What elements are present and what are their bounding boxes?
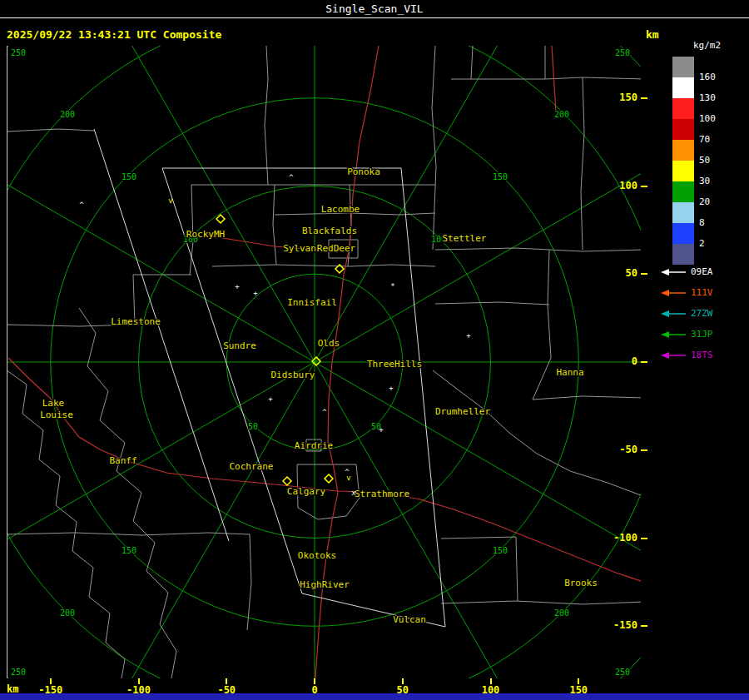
city-label: Vulcan — [393, 614, 426, 625]
site-id-label: 18TS — [691, 350, 713, 360]
colorbar-threshold-label: 130 — [699, 92, 716, 103]
city-label: Ponoka — [347, 166, 380, 177]
radar-app-window: Single_Scan_VIL 2025/09/22 13:43:21 UTC … — [0, 0, 749, 700]
site-arrow-icon — [659, 288, 687, 298]
radial-line — [65, 362, 315, 678]
radar-site-legend: 09EA111V27ZW31JP18TS — [659, 261, 746, 365]
radial-line — [315, 362, 641, 612]
town-marker: ^ — [289, 173, 294, 181]
colorbar-box — [672, 57, 694, 77]
right-axis-tick — [641, 186, 647, 187]
site-legend-row: 31JP — [659, 324, 746, 345]
colorbar-box — [672, 77, 694, 98]
city-labels: PonokaLacombeBlackfaldsRedDeerSylvanRock… — [40, 166, 598, 625]
highways-segment — [8, 358, 641, 581]
range-ring-label: 250 — [11, 48, 26, 57]
county-boundaries-segment — [441, 537, 516, 539]
city-label: Okotoks — [298, 550, 336, 561]
radar-site-marker — [216, 215, 225, 223]
site-arrow-icon — [659, 267, 687, 277]
radar-coverage-outline-segment — [94, 129, 229, 541]
town-markers: ^^v++*+++^+^vx — [79, 173, 471, 497]
range-ring-label: 250 — [615, 48, 630, 57]
window-titlebar[interactable]: Single_Scan_VIL — [0, 0, 749, 18]
site-arrow-icon — [659, 309, 687, 319]
county-boundaries-segment — [212, 265, 435, 266]
site-id-label: 27ZW — [691, 308, 713, 319]
town-marker: x — [351, 489, 356, 497]
range-ring-label: 250 — [615, 668, 630, 677]
colorbar-threshold-label: 70 — [699, 134, 710, 145]
site-arrow-icon — [659, 350, 687, 360]
site-legend-row: 18TS — [659, 345, 746, 365]
county-boundaries-segment — [432, 46, 436, 250]
town-marker: v — [168, 196, 172, 205]
range-ring-label: 150 — [493, 546, 508, 555]
bottom-status-bar — [0, 693, 749, 700]
city-label: HighRiver — [300, 579, 350, 590]
city-label: Lake — [42, 398, 65, 409]
right-axis-tick — [641, 273, 647, 275]
radar-site-marker — [283, 477, 291, 485]
bottom-axis-tick — [402, 678, 404, 684]
city-label: Limestone — [111, 316, 161, 327]
city-label: Strathmore — [355, 489, 409, 499]
radar-site-marker — [325, 474, 333, 483]
town-marker: + — [466, 331, 471, 340]
county-boundaries-segment — [533, 250, 551, 400]
site-arrow-icon — [659, 330, 687, 340]
city-label: Banff — [109, 455, 136, 466]
range-ring-label: 150 — [122, 172, 136, 181]
range-ring-label: 150 — [122, 546, 136, 555]
town-marker: + — [268, 395, 273, 403]
city-label: ThreeHills — [367, 359, 422, 370]
right-axis-tick — [641, 97, 647, 99]
colorbar-unit-label: kg/m2 — [693, 40, 721, 51]
range-ring-label: 200 — [554, 110, 569, 119]
county-boundaries-segment — [435, 302, 549, 305]
bottom-axis-tick — [138, 678, 140, 684]
county-boundaries-segment — [471, 46, 473, 79]
colorbar-scale: 1601301007050302082 — [672, 57, 694, 265]
colorbar-threshold-label: 2 — [699, 238, 705, 249]
window-title: Single_Scan_VIL — [325, 2, 423, 15]
city-label: Blackfalds — [302, 226, 357, 236]
colorbar-box — [672, 119, 694, 140]
city-label: Airdrie — [295, 440, 333, 451]
site-legend-row: 111V — [659, 282, 746, 303]
range-ring-label: 200 — [554, 608, 569, 618]
town-marker: + — [379, 425, 384, 434]
colorbar-threshold-label: 160 — [699, 72, 716, 82]
town-marker: * — [390, 282, 394, 290]
colorbar-box — [672, 161, 694, 181]
range-ring-label: 150 — [493, 172, 508, 181]
bottom-axis-tick — [578, 678, 579, 684]
county-boundaries-segment — [273, 185, 276, 265]
city-label: Cochrane — [230, 461, 274, 472]
colorbar-box — [672, 202, 694, 223]
radar-coverage-outline — [94, 129, 445, 627]
bottom-axis-tick — [314, 678, 315, 684]
bottom-axis-tick — [490, 678, 492, 684]
city-label: Hanna — [556, 367, 583, 378]
site-id-label: 111V — [691, 287, 713, 298]
scan-timestamp: 2025/09/22 13:43:21 UTC Composite — [7, 28, 221, 41]
colorbar-box — [672, 98, 694, 119]
site-id-label: 09EA — [691, 266, 713, 277]
town-marker: + — [235, 282, 240, 290]
county-boundaries-segment — [516, 537, 518, 601]
range-ring-label: 50 — [248, 422, 258, 431]
colorbar-threshold-label: 20 — [699, 196, 710, 207]
site-id-label: 31JP — [691, 329, 713, 340]
range-ring-label: 200 — [60, 110, 75, 119]
colorbar-threshold-label: 8 — [699, 217, 705, 228]
county-boundaries-segment — [435, 248, 641, 251]
range-ring-label: 250 — [11, 668, 26, 677]
county-boundaries-segment — [265, 46, 268, 185]
right-axis-tick — [641, 538, 647, 539]
colorbar-box — [672, 181, 694, 202]
right-axis-tick — [641, 361, 647, 363]
radar-map-display[interactable]: 2502001501002502001501005050150200250150… — [7, 46, 641, 678]
city-label: Drumheller — [435, 406, 491, 417]
city-label: Sylvan — [283, 243, 316, 254]
